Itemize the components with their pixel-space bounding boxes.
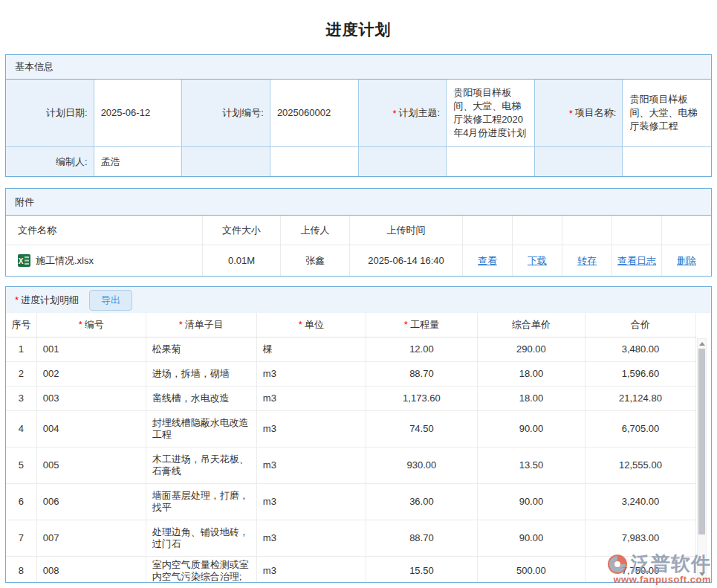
row-quantity: 12.00 [366,337,478,361]
field-label-text: 计划编号: [222,106,264,120]
row-code: 004 [37,411,146,447]
row-total: 1,596.60 [585,362,696,386]
row-unit: m3 [257,557,366,583]
field-label-text: 编制人: [56,155,88,169]
row-total: 3,240.00 [585,484,696,520]
scrollbar-thumb[interactable] [698,349,705,534]
field-value [270,147,359,176]
field-label [535,147,623,176]
detail-column-header: *编号 [37,313,146,337]
detail-section-bar: * 进度计划明细 导出 [6,287,711,313]
table-row: 5005木工进场，吊天花板、石膏线m3930.0013.5012,555.00 [6,448,696,484]
row-code: 007 [37,520,146,556]
basic-info-section-header: 基本信息 [6,55,711,80]
svg-text:X: X [19,257,24,265]
row-unit-price: 500.00 [478,557,585,583]
basic-info-row: 计划日期:2025-06-12计划编号:2025060002*计划主题:贵阳项目… [6,80,711,147]
attachment-action-cell: 查看日志 [612,245,662,276]
row-code: 008 [37,557,146,583]
table-row: 6006墙面基层处理，打磨，找平m336.0090.003,240.00 [6,484,696,520]
file-name-text: 施工情况.xlsx [36,254,94,268]
row-unit-price: 18.00 [478,362,585,386]
detail-header-row: 序号*编号*清单子目*单位*工程量综合单价合价 [6,313,696,337]
attachment-upload-time: 2025-06-14 16:40 [350,245,463,276]
attachment-action-cell: 下载 [513,245,562,276]
row-unit: m3 [257,411,366,447]
attachments-column-header: 上传人 [281,216,350,245]
attachments-section: 附件 文件名称文件大小上传人上传时间X施工情况.xlsx0.01M张鑫2025-… [5,188,712,277]
row-total: 7,983.00 [585,520,696,556]
attachments-actions-header [612,216,662,245]
excel-file-icon: X [18,254,30,267]
row-item: 松果菊 [146,337,257,361]
field-label: 计划日期: [6,80,94,147]
required-asterisk: * [79,319,82,331]
detail-column-label: 综合单价 [512,319,551,331]
row-unit-price: 90.00 [478,520,585,556]
detail-column-header: *清单子目 [146,313,257,337]
detail-table: 序号*编号*清单子目*单位*工程量综合单价合价 1001松果菊棵12.00290… [6,313,696,583]
row-item: 封埋线槽隐蔽水电改造工程 [146,411,257,447]
required-asterisk: * [15,294,19,306]
vertical-scrollbar[interactable] [697,338,707,580]
row-unit: m3 [257,520,366,556]
attachments-section-header: 附件 [6,189,711,216]
required-asterisk: * [179,319,183,331]
detail-column-header: *单位 [257,313,366,337]
required-asterisk: * [569,108,573,119]
attachments-column-header: 文件大小 [203,216,281,245]
attachments-actions-header [513,216,562,245]
row-quantity: 36.00 [366,484,478,520]
export-button[interactable]: 导出 [89,290,132,311]
attachments-header-row: 文件名称文件大小上传人上传时间 [6,216,711,245]
row-item: 室内空气质量检测或室内空气污染综合治理; [146,557,257,583]
detail-column-header: 序号 [6,313,37,337]
detail-column-header: *工程量 [366,313,478,337]
detail-section: * 进度计划明细 导出 序号*编号*清单子目*单位*工程量综合单价合价 1001… [5,286,712,583]
row-unit: m3 [257,387,366,410]
field-value: 贵阳项目样板间、大堂、电梯厅装修工程 [623,80,711,147]
row-seq: 2 [6,362,37,386]
basic-info-section: 基本信息 计划日期:2025-06-12计划编号:2025060002*计划主题… [5,54,712,177]
row-total: 7,750.00 [585,557,696,583]
detail-column-header: 综合单价 [478,313,585,337]
row-item: 凿线槽，水电改造 [146,387,257,410]
required-asterisk: * [299,319,302,331]
field-label [182,147,270,176]
row-item: 处理边角、铺设地砖，过门石 [146,520,257,556]
view-log-link[interactable]: 查看日志 [617,254,656,268]
row-total: 3,480.00 [585,337,696,361]
field-label-text: 项目名称: [575,106,617,120]
row-item: 墙面基层处理，打磨，找平 [146,484,257,520]
attachment-uploader: 张鑫 [281,245,350,276]
detail-column-header: 合价 [585,313,696,337]
row-item: 木工进场，吊天花板、石膏线 [146,448,257,483]
field-value: 2025-06-12 [94,80,183,147]
table-row: 7007处理边角、铺设地砖，过门石m388.7090.007,983.00 [6,520,696,557]
row-unit-price: 90.00 [478,484,585,520]
row-unit: 棵 [257,337,366,361]
row-total: 12,555.00 [585,448,696,483]
attachment-file-name: X施工情况.xlsx [6,245,203,276]
delete-link[interactable]: 删除 [677,254,696,268]
detail-column-label: 工程量 [410,319,439,331]
row-item: 进场，拆墙，砌墙 [146,362,257,386]
scroll-down-arrow-icon[interactable] [699,572,705,576]
row-quantity: 88.70 [366,520,478,556]
row-quantity: 15.50 [366,557,478,583]
row-unit: m3 [257,362,366,386]
row-code: 006 [37,484,146,520]
table-row: 1001松果菊棵12.00290.003,480.00 [6,337,696,362]
field-label-text: 计划日期: [46,106,88,120]
row-seq: 6 [6,484,37,520]
required-asterisk: * [404,319,408,331]
view-file-link[interactable]: 查看 [478,254,497,268]
attachments-actions-header [662,216,711,245]
field-label [359,147,447,176]
attachment-action-cell: 删除 [662,245,711,276]
row-quantity: 1,173.60 [366,387,478,410]
transfer-link[interactable]: 转存 [577,254,597,268]
row-total: 6,705.00 [585,411,696,447]
scroll-up-arrow-icon[interactable] [699,342,705,346]
download-link[interactable]: 下载 [528,254,547,268]
